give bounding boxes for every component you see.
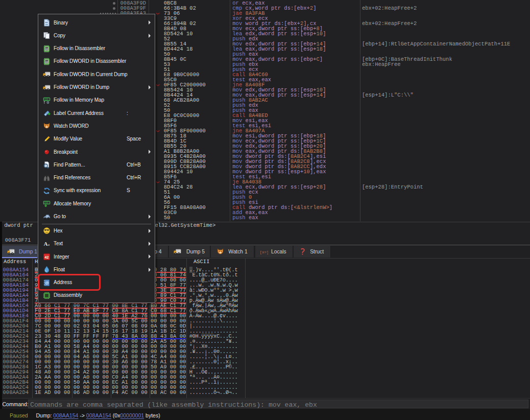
svg-text:A: A [44, 241, 49, 247]
svg-text:[x=]: [x=] [260, 250, 268, 254]
svg-text:42: 42 [45, 255, 49, 259]
svg-text:10: 10 [45, 23, 48, 26]
svg-text:32: 32 [45, 47, 49, 50]
svg-text:z: z [48, 243, 50, 246]
svg-text:32: 32 [45, 60, 49, 63]
